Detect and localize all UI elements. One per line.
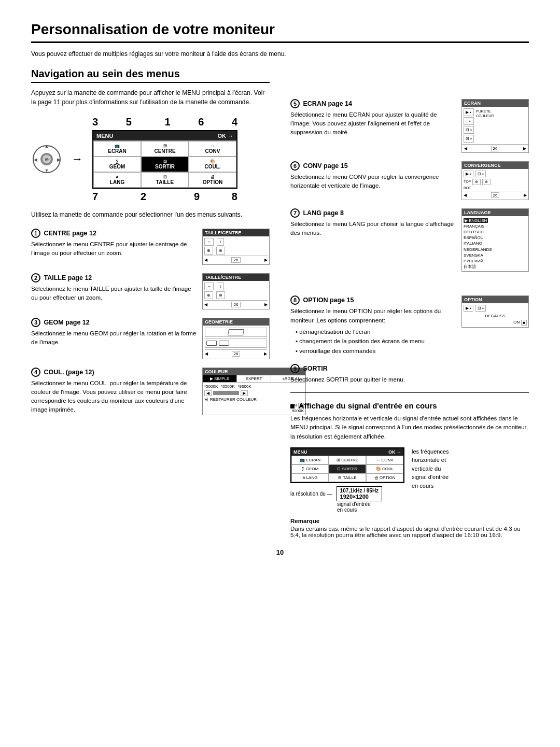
badge-9: 9 [290, 364, 300, 373]
badge-2: 2 [31, 273, 40, 283]
section-8-body: Sélectionnez le menu OPTION pour régler … [290, 307, 456, 356]
menu-item-ecran[interactable]: 📺 ECRAN [93, 141, 141, 157]
ecran-menu: ECRAN ▶ ▪ □ ▪ ⊟ ▪ ⊡ ▪ PURETE COULEUR [461, 99, 529, 153]
menu-item-conv[interactable]: ↔ CONV [189, 141, 236, 157]
section-1-title: CENTRE page 12 [44, 230, 96, 237]
badge-7: 7 [290, 208, 300, 218]
taille-centre-menu-1: TAILLE/CENTRE ↔ ↕ ⊕ ⊗ ◀26▶ [202, 229, 270, 265]
menu-label: MENU [96, 133, 113, 139]
language-menu: LANGUAGE ▶ ENGLISH FRANÇAIS DEUTSCH ESPA… [461, 208, 529, 272]
badge-8: 8 [290, 295, 300, 305]
remarque: Remarque Dans certains cas, même si le r… [290, 518, 529, 538]
signal-body: Les fréquences horizontale et verticale … [290, 414, 529, 441]
section-2-title: TAILLE page 12 [44, 274, 92, 281]
menu-item-centre[interactable]: ⊞ CENTRE [141, 141, 189, 157]
section-centre: 1 CENTRE page 12 Sélectionnez le menu CE… [31, 229, 270, 265]
corner-num-1: 1 [164, 116, 170, 128]
navigate-text: Utilisez la manette de commande pour sél… [31, 210, 270, 219]
section-4-body: Sélectionnez le menu COUL. pour régler l… [31, 379, 197, 415]
remarque-body: Dans certains cas, même si le rapport d'… [290, 526, 529, 538]
corner-num-5: 5 [126, 116, 132, 128]
section-5-body: Sélectionnez le menu ECRAN pour ajuster … [290, 110, 456, 137]
signal-section: Affichage du signal d'entrée en cours Le… [290, 401, 529, 538]
corner-num-6: 6 [198, 116, 204, 128]
badge-4: 4 [31, 368, 40, 377]
page-title: Personnalisation de votre moniteur [31, 21, 529, 43]
svg-text:◀: ◀ [34, 157, 37, 162]
nav-intro: Appuyez sur la manette de commande pour … [31, 88, 270, 107]
option-menu: OPTION ▶ ▪ ⊡ ▪ DEGAUSS ON■ [461, 295, 529, 328]
signal-section-title: Affichage du signal d'entrée en cours [299, 401, 437, 410]
section-1-body: Sélectionnez le menu CENTRE pour ajuster… [31, 240, 197, 258]
section-taille: 2 TAILLE page 12 Sélectionnez le menu TA… [31, 273, 270, 309]
bullet-3: verrouillage des commandes [296, 346, 456, 356]
section-6-body: Sélectionnez le menu CONV pour régler la… [290, 173, 456, 191]
section-4-title: COUL. (page 12) [44, 369, 94, 376]
section-7-title: LANG page 8 [303, 209, 344, 217]
badge-1: 1 [31, 229, 40, 238]
svg-text:⊕: ⊕ [45, 157, 49, 162]
svg-text:▶: ▶ [57, 157, 61, 162]
corner-num-8: 8 [232, 191, 237, 203]
signal-label-left-2: signal d'entréeen cours [290, 501, 404, 513]
section-9-title: SORTIR [303, 365, 327, 372]
bullet-2: changement de la position des écrans de … [296, 336, 456, 346]
intro-text: Vous pouvez effectuer de multiples régla… [31, 49, 529, 59]
signal-label-left: la résolution du — [290, 491, 332, 497]
badge-5: 5 [290, 99, 300, 108]
menu-ok: OK → [217, 133, 233, 139]
svg-text:▼: ▼ [45, 168, 49, 173]
corner-num-4: 4 [232, 116, 237, 128]
corner-num-9: 9 [194, 191, 200, 203]
menu-item-option[interactable]: 🖨 OPTION [189, 172, 236, 188]
signal-menu-box: MENU OK → 📺 ECRAN ⊞ CENTRE ↔ CONV ∑ GEOM… [290, 447, 404, 483]
signal-labels-right: les fréquences horizontale et verticale … [412, 447, 449, 490]
section-5-title: ECRAN page 14 [303, 100, 352, 107]
bullet-1: démagnétisation de l'écran [296, 327, 456, 336]
menu-item-lang[interactable]: A LANG [93, 172, 141, 188]
nav-section-title: Navigation au sein des menus [31, 68, 270, 83]
signal-freq-box: 107,1kHz / 85Hz 1920×1200 [337, 486, 383, 501]
badge-3: 3 [31, 318, 40, 327]
convergence-menu: CONVERGENCE ▶ ▪ ⊡ ▪ TOP ⊕ ⊕ [461, 161, 529, 200]
corner-num-7: 7 [92, 191, 98, 203]
menu-item-sortir[interactable]: ⊡ SORTIR [141, 157, 189, 172]
menu-item-taille[interactable]: ⊟ TAILLE [141, 172, 189, 188]
menu-diagram: ⊕ ▲ ▼ ◀ ▶ → 3 5 1 6 4 MENU [31, 116, 270, 203]
section-3-body: Sélectionnez le menu GEOM pour régler la… [31, 329, 197, 347]
page-number: 10 [31, 548, 529, 556]
section-ecran: 5 ECRAN page 14 Sélectionnez le menu ECR… [290, 99, 529, 153]
section-option: 8 OPTION page 15 Sélectionnez le menu OP… [290, 295, 529, 356]
corner-num-2: 2 [141, 191, 146, 203]
signal-diagram: MENU OK → 📺 ECRAN ⊞ CENTRE ↔ CONV ∑ GEOM… [290, 447, 529, 513]
menu-item-coul[interactable]: 🎨 COUL. [189, 157, 236, 172]
section-7-body: Sélectionnez le menu LANG pour choisir l… [290, 220, 456, 238]
section-8-title: OPTION page 15 [303, 297, 354, 304]
menu-box: MENU OK → 📺 ECRAN ⊞ CENTRE ↔ [92, 130, 237, 189]
joystick-icon: ⊕ ▲ ▼ ◀ ▶ [31, 144, 62, 175]
section-coul: 4 COUL. (page 12) Sélectionnez le menu C… [31, 368, 270, 415]
section-3-title: GEOM page 12 [44, 319, 89, 326]
section-conv: 6 CONV page 15 Sélectionnez le menu CONV… [290, 161, 529, 200]
taille-centre-menu-2: TAILLE/CENTRE ↔ ↕ ⊕ ⊗ ◀26▶ [202, 273, 270, 309]
menu-item-geom[interactable]: ∑ GEOM [93, 157, 141, 172]
section-sortir: 9 SORTIR Sélectionnez SORTIR pour quitte… [290, 364, 529, 384]
section-9-body: Sélectionnez SORTIR pour quitter le menu… [290, 375, 529, 384]
section-geom: 3 GEOM page 12 Sélectionnez le menu GEOM… [31, 318, 270, 359]
section-2-body: Sélectionnez le menu TAILLE pour ajuster… [31, 285, 197, 303]
corner-num-3: 3 [92, 116, 98, 128]
geometrie-menu: GEOMETRIE ◀26▶ [202, 318, 270, 359]
svg-text:▲: ▲ [45, 144, 49, 149]
section-lang: 7 LANG page 8 Sélectionnez le menu LANG … [290, 208, 529, 272]
badge-6: 6 [290, 161, 300, 171]
section-6-title: CONV page 15 [303, 162, 347, 170]
arrow-icon: → [72, 152, 83, 166]
